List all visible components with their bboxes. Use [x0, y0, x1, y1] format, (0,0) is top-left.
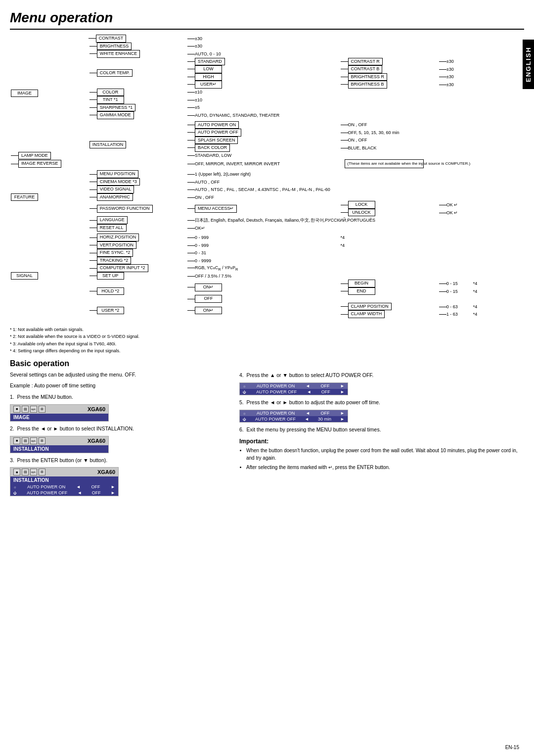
image-label: IMAGE	[11, 90, 38, 97]
menu-row-1-value: OFF	[91, 484, 100, 489]
user-label: USER *2	[97, 307, 124, 315]
auto-power-off-label: AUTO POWER OFF	[195, 129, 241, 137]
menu-row-4-2-right[interactable]: ►	[340, 389, 345, 394]
menu-row-2-left-arrow[interactable]: ◄	[78, 490, 82, 495]
xga-icons-2: ■ ▤ opt. ⊞	[13, 437, 45, 444]
clamp-pos-note: *4	[473, 304, 478, 309]
low-label: LOW	[195, 65, 222, 73]
step-5-desc: Press the ◄ or ► button to adjust the au…	[247, 399, 380, 405]
step-3-desc: Press the ENTER button (or ▼ button).	[17, 457, 108, 463]
xga-icons-1: ■ ▤ opt. ⊞	[13, 406, 45, 413]
image-reverse-value: OFF, MIRROR, INVERT, MIRROR INVERT	[195, 161, 280, 166]
menu-row-2-icon: ⏻	[13, 491, 17, 495]
end-note: *4	[473, 289, 478, 294]
menu-row-2: ⏻ AUTO POWER OFF ◄ OFF ►	[10, 490, 118, 496]
step-1-num: 1.	[10, 394, 14, 400]
begin-label: BEGIN	[348, 280, 375, 287]
menu-tree-table: IMAGE CONTRAST ±30 BRIGHTNESS ±30 WHITE …	[10, 35, 485, 318]
step-2-text: 2. Press the ◄ or ► button to select INS…	[10, 425, 227, 433]
menu-row-5-1-left[interactable]: ◄	[306, 411, 310, 416]
xga-icons-3: ■ ▤ opt. ⊞	[13, 469, 45, 475]
menu-access-label: MENU ACCESS↵	[195, 205, 237, 213]
setup-value: OFF / 3.5% / 7.5%	[195, 274, 231, 279]
menu-row-5-2-val: 30 min	[318, 417, 331, 422]
reset-all-label: RESET ALL	[97, 224, 127, 232]
video-signal-label: VIDEO SIGNAL	[97, 186, 134, 193]
two-column-layout: Several settings can be adjusted using t…	[10, 371, 524, 499]
menu-row-1-icon: ☼	[13, 485, 16, 489]
important-list: When the button doesn't function, unplug…	[246, 447, 524, 471]
hold-off-label: OFF	[195, 295, 222, 303]
xga-label-1: XGA60	[88, 406, 105, 412]
menu-row-5-2-right[interactable]: ►	[340, 417, 345, 422]
brightness-r-value: ±30	[446, 74, 454, 79]
footnote-4: * 4: Setting range differs depending on …	[10, 347, 524, 354]
signal-label: SIGNAL	[11, 272, 38, 280]
language-tab-text: ENGLISH	[525, 47, 532, 82]
icon-box-9: ⊞	[39, 469, 45, 475]
menu-tree-section: IMAGE CONTRAST ±30 BRIGHTNESS ±30 WHITE …	[10, 35, 524, 318]
important-item-1: When the button doesn't function, unplug…	[246, 447, 524, 462]
xga-display-5: ☼ AUTO POWER ON ◄ OFF ► ⏻ AUTO POWER OFF…	[239, 410, 348, 423]
computer-input-value: RGB, YC₈CR / YP₈PR	[195, 265, 238, 270]
menu-row-4-2-left[interactable]: ◄	[307, 389, 312, 394]
icon-box-opt: opt.	[30, 406, 37, 413]
menu-row-4-1-right[interactable]: ►	[340, 383, 345, 388]
xga-top-bar-3: ■ ▤ opt. ⊞ XGA60	[10, 468, 118, 476]
contrast-label: CONTRAST	[96, 35, 127, 43]
menu-row-1-left-arrow[interactable]: ◄	[76, 484, 81, 489]
horiz-pos-value: 0 - 999	[195, 235, 209, 240]
menu-position-label: MENU POSITION	[97, 170, 138, 178]
step-1-desc: Press the MENU button.	[17, 394, 73, 400]
xga-bottom-1: IMAGE	[10, 414, 108, 421]
image-section-row: IMAGE CONTRAST ±30	[10, 35, 485, 43]
splash-screen-label: SPLASH SCREEN	[195, 137, 238, 144]
feature-label: FEATURE	[11, 193, 38, 201]
menu-row-1-label: AUTO POWER ON	[27, 484, 65, 489]
back-color-label: BACK COLOR	[195, 144, 230, 152]
menu-row-5-1-label: AUTO POWER ON	[257, 411, 295, 416]
icon-box-opt2: opt.	[30, 437, 37, 444]
icon-box-1: ■	[13, 406, 20, 413]
menu-row-5-2: ⏻ AUTO POWER OFF ◄ 30 min ►	[240, 416, 348, 422]
footnote-2: * 2: Not available when the source is a …	[10, 333, 524, 340]
tint-label: TINT *1	[97, 96, 124, 104]
feature-section-row: FEATURE MENU POSITION 1 (Upper left), 2(…	[10, 170, 485, 178]
white-enhance-value: AUTO, 0 - 10	[195, 51, 221, 56]
color-value: ±10	[195, 90, 202, 94]
menu-row-1-right-arrow[interactable]: ►	[111, 484, 115, 489]
password-label: PASSWORD FUNCTION	[97, 205, 153, 213]
menu-row-5-1-right[interactable]: ►	[340, 411, 345, 416]
anamorphic-label: ANAMORPHIC	[97, 193, 133, 201]
xga-display-1: ■ ▤ opt. ⊞ XGA60 IMAGE	[10, 404, 109, 422]
menu-row-4-2-val: OFF	[321, 389, 330, 394]
step-1-text: 1. Press the MENU button.	[10, 393, 227, 401]
hold-label: HOLD *2	[97, 287, 124, 295]
clamp-width-note: *4	[473, 312, 478, 317]
standard-label: STANDARD	[195, 58, 225, 66]
xga-display-4: ☼ AUTO POWER ON ◄ OFF ► ⏻ AUTO POWER OFF…	[239, 382, 348, 395]
brightness-value: ±30	[195, 44, 202, 48]
icon-box-2: ▤	[22, 406, 29, 413]
step-6-num: 6.	[239, 426, 244, 432]
step-2-num: 2.	[10, 425, 14, 431]
lock-label: LOCK	[348, 201, 375, 209]
contrast-b-value: ±30	[446, 67, 454, 72]
xga-top-bar-1: ■ ▤ opt. ⊞ XGA60	[10, 405, 108, 414]
menu-row-4-1-left[interactable]: ◄	[306, 383, 310, 388]
icon-box-8: ▤	[22, 469, 29, 475]
basic-operation-title: Basic operation	[10, 359, 524, 368]
auto-power-on-value: ON , OFF	[348, 122, 367, 127]
language-label: LANGUAGE	[97, 216, 128, 224]
menu-row-5-2-label: AUTO POWER OFF	[255, 417, 296, 422]
computer-note: (These items are not available when the …	[345, 159, 424, 168]
begin-note: *4	[473, 281, 478, 286]
menu-row-5-2-left[interactable]: ◄	[305, 417, 309, 422]
menu-row-2-right-arrow[interactable]: ►	[111, 490, 115, 495]
color-temp-label: COLOR TEMP.	[97, 69, 133, 77]
horiz-pos-label: HORIZ.POSITION	[97, 234, 139, 241]
xga-display-3: ■ ▤ opt. ⊞ XGA60 INSTALLATION ☼ AUTO POW…	[10, 467, 119, 496]
vert-pos-note: *4	[341, 243, 345, 248]
brightness-label: BRIGHTNESS	[97, 43, 132, 50]
high-label: HIGH	[195, 73, 222, 81]
